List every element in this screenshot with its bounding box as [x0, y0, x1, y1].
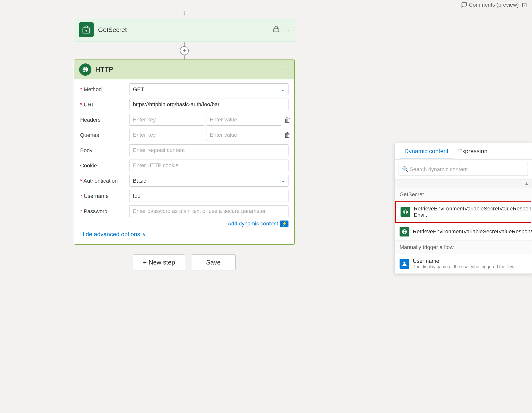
headers-delete-icon[interactable]: 🗑: [284, 116, 291, 124]
headers-row: Headers 🗑: [80, 114, 288, 126]
dynamic-item-1-title: RetrieveEnvironmentVariableSecretValueRe…: [414, 206, 532, 218]
headers-label: Headers: [80, 114, 129, 123]
connector: +: [180, 42, 189, 59]
uri-input[interactable]: [129, 99, 288, 110]
comments-preview[interactable]: Comments (preview): [461, 2, 519, 8]
body-label: Body: [80, 144, 129, 154]
auth-select-wrapper[interactable]: Basic None Client Credentials Active Dir…: [129, 175, 288, 187]
body-input[interactable]: [129, 144, 288, 156]
username-row: Username: [80, 190, 288, 202]
username-input[interactable]: [129, 190, 288, 202]
dynamic-item-2-text: RetrieveEnvironmentVariableSecretValueRe…: [413, 228, 532, 235]
connector-line-bottom: [184, 55, 185, 59]
scroll-up-icon[interactable]: ▲: [524, 180, 529, 187]
headers-control: 🗑: [129, 114, 291, 126]
getsecret-title: GetSecret: [98, 26, 273, 34]
authentication-select[interactable]: Basic None Client Credentials Active Dir…: [129, 175, 288, 187]
dynamic-item-3[interactable]: User name The display name of the user w…: [395, 254, 532, 274]
add-step-button[interactable]: +: [180, 46, 189, 55]
dynamic-item-1-icon: [401, 207, 410, 217]
dynamic-search-inner: 🔍: [399, 163, 528, 176]
headers-kv-row: 🗑: [129, 114, 291, 126]
hide-advanced-options-button[interactable]: Hide advanced options ∧: [80, 228, 288, 242]
dynamic-item-3-desc: The display name of the user who trigger…: [413, 264, 527, 269]
getsecret-icon: [79, 22, 94, 37]
headers-key-input[interactable]: [129, 114, 204, 126]
dynamic-item-1-text: RetrieveEnvironmentVariableSecretValueRe…: [414, 206, 532, 218]
cookie-label: Cookie: [80, 160, 129, 169]
hide-advanced-label: Hide advanced options: [80, 231, 140, 238]
queries-label: Queries: [80, 129, 129, 138]
dynamic-content-row: Add dynamic content ⚡: [80, 221, 288, 227]
fullscreen-icon[interactable]: ⊡: [522, 1, 527, 9]
dynamic-item-3-icon: [400, 259, 409, 269]
dynamic-item-3-title: User name: [413, 258, 527, 264]
method-row: Method GET POST PUT DELETE PATCH ⌄: [80, 83, 288, 95]
chevron-up-icon: ∧: [142, 231, 146, 237]
authentication-label: Authentication: [80, 175, 129, 184]
authentication-control: Basic None Client Credentials Active Dir…: [129, 175, 288, 187]
body-control: [129, 144, 288, 156]
svg-point-15: [403, 262, 406, 264]
queries-row: Queries 🗑: [80, 129, 288, 141]
headers-value-input[interactable]: [206, 114, 281, 126]
method-control: GET POST PUT DELETE PATCH ⌄: [129, 83, 288, 95]
dynamic-item-2-icon: [400, 227, 409, 236]
queries-control: 🗑: [129, 129, 291, 141]
password-control: [129, 205, 288, 217]
dynamic-search-wrap: 🔍: [395, 160, 532, 179]
new-step-button[interactable]: + New step: [133, 254, 185, 270]
dynamic-item-2[interactable]: RetrieveEnvironmentVariableSecretValueRe…: [395, 223, 532, 241]
uri-label: URI: [80, 99, 129, 108]
bottom-buttons: + New step Save: [133, 254, 236, 270]
queries-value-input[interactable]: [206, 129, 281, 141]
getsecret-actions: ···: [273, 26, 290, 34]
lock-icon[interactable]: [273, 26, 280, 34]
uri-control: [129, 99, 288, 110]
uri-row: URI: [80, 99, 288, 110]
queries-key-input[interactable]: [129, 129, 204, 141]
dynamic-item-2-title: RetrieveEnvironmentVariableSecretValueRe…: [413, 228, 532, 235]
section-getsecret: GetSecret: [395, 188, 532, 201]
method-label: Method: [80, 83, 129, 93]
username-label: Username: [80, 190, 129, 199]
getsecret-card[interactable]: GetSecret ···: [74, 18, 295, 42]
search-icon: 🔍: [402, 166, 409, 173]
method-select-wrapper[interactable]: GET POST PUT DELETE PATCH ⌄: [129, 83, 288, 95]
body-row: Body: [80, 144, 288, 156]
http-icon: [79, 63, 91, 76]
username-control: [129, 190, 288, 202]
cookie-input[interactable]: [129, 160, 288, 171]
http-card-header: HTTP ···: [74, 60, 294, 79]
add-dynamic-content-link[interactable]: Add dynamic content: [228, 221, 278, 227]
password-input[interactable]: [129, 205, 288, 217]
more-options-icon[interactable]: ···: [284, 26, 290, 34]
cookie-control: [129, 160, 288, 171]
canvas: ↓ GetSecret ··· +: [0, 0, 369, 413]
method-select[interactable]: GET POST PUT DELETE PATCH: [129, 83, 288, 95]
panel-pointer: [394, 162, 395, 169]
cookie-row: Cookie: [80, 160, 288, 171]
svg-point-1: [86, 30, 87, 31]
comments-label: Comments (preview): [469, 2, 519, 8]
top-bar: Comments (preview) ⊡: [458, 0, 532, 10]
queries-delete-icon[interactable]: 🗑: [284, 131, 291, 139]
save-button[interactable]: Save: [191, 254, 236, 270]
dynamic-item-3-text: User name The display name of the user w…: [413, 258, 527, 269]
tab-expression[interactable]: Expression: [453, 143, 492, 159]
password-row: Password: [80, 205, 288, 217]
http-form-body: Method GET POST PUT DELETE PATCH ⌄: [74, 79, 294, 244]
svg-rect-3: [273, 29, 279, 32]
connector-line-top: [184, 42, 185, 46]
section-manual-trigger: Manually trigger a flow: [395, 241, 532, 254]
dynamic-search-input[interactable]: [399, 163, 528, 176]
authentication-row: Authentication Basic None Client Credent…: [80, 175, 288, 187]
dynamic-content-badge: ⚡: [280, 221, 288, 227]
tab-dynamic-content[interactable]: Dynamic content: [400, 143, 453, 159]
http-more-options-icon[interactable]: ···: [284, 66, 289, 74]
http-card: HTTP ··· Method GET POST PUT DELETE PATC…: [74, 59, 295, 245]
dynamic-item-1[interactable]: RetrieveEnvironmentVariableSecretValueRe…: [395, 201, 531, 223]
dynamic-content-panel: Dynamic content Expression 🔍 ▲ GetSecret…: [394, 143, 532, 274]
queries-kv-row: 🗑: [129, 129, 291, 141]
arrow-down-icon: ↓: [181, 7, 187, 17]
